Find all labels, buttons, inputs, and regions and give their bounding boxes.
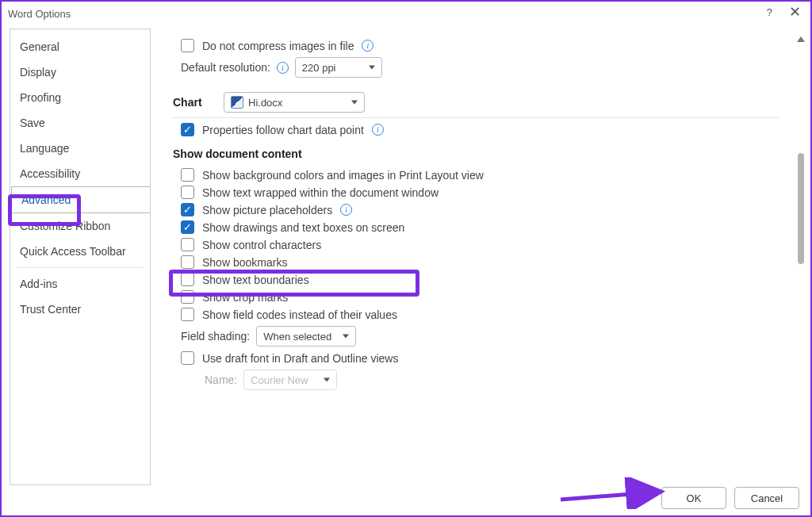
checkbox-wrapped[interactable]	[181, 186, 194, 199]
sidebar-item-general[interactable]: General	[10, 34, 150, 59]
titlebar: Word Options ? ✕	[2, 2, 810, 25]
select-chart-document[interactable]: Hi.docx	[224, 92, 365, 113]
dialog-title: Word Options	[8, 8, 71, 20]
checkbox-use-draft-font[interactable]	[181, 351, 194, 365]
sidebar-item-display[interactable]: Display	[10, 59, 150, 85]
info-icon[interactable]: i	[277, 62, 289, 74]
sidebar-item-advanced[interactable]: Advanced	[11, 186, 151, 213]
select-default-resolution[interactable]: 220 ppi	[295, 57, 382, 78]
label-wrapped: Show text wrapped within the document wi…	[202, 186, 439, 199]
checkbox-field-codes[interactable]	[181, 308, 194, 321]
svg-line-0	[561, 492, 661, 500]
label-control-chars: Show control characters	[202, 239, 321, 251]
checkbox-picture-placeholders[interactable]: ✓	[181, 203, 194, 216]
close-icon[interactable]: ✕	[789, 6, 801, 17]
section-show-document-content: Show document content	[173, 147, 779, 160]
sidebar-item-customize-ribbon[interactable]: Customize Ribbon	[10, 213, 150, 239]
help-icon[interactable]: ?	[767, 6, 772, 18]
label-crop-marks: Show crop marks	[202, 291, 288, 304]
cancel-button[interactable]: Cancel	[734, 487, 799, 509]
sidebar-item-proofing[interactable]: Proofing	[10, 85, 150, 110]
sidebar-item-language[interactable]: Language	[10, 136, 150, 161]
sidebar-item-addins[interactable]: Add-ins	[10, 271, 150, 297]
label-text-boundaries: Show text boundaries	[202, 274, 309, 286]
checkbox-bg-colors[interactable]	[181, 168, 194, 182]
checkbox-control-chars[interactable]	[181, 238, 194, 251]
label-do-not-compress: Do not compress images in file	[202, 40, 354, 52]
scroll-up-icon[interactable]	[797, 36, 805, 42]
checkbox-crop-marks[interactable]	[181, 290, 194, 304]
label-default-resolution: Default resolution:	[181, 61, 270, 74]
label-picture-placeholders: Show picture placeholders	[202, 204, 332, 216]
sidebar-item-save[interactable]: Save	[10, 110, 150, 136]
checkbox-text-boundaries[interactable]	[181, 273, 194, 286]
checkbox-bookmarks[interactable]	[181, 255, 194, 269]
label-field-shading: Field shading:	[181, 330, 250, 343]
checkbox-do-not-compress[interactable]	[181, 39, 194, 52]
options-content: Do not compress images in file i Default…	[157, 29, 802, 485]
select-font-name: Courier New	[243, 370, 337, 390]
label-properties-follow: Properties follow chart data point	[202, 124, 364, 136]
options-sidebar: General Display Proofing Save Language A…	[10, 29, 151, 485]
label-font-name: Name:	[205, 373, 237, 386]
scroll-thumb[interactable]	[798, 153, 804, 264]
section-divider	[173, 117, 779, 118]
label-bookmarks: Show bookmarks	[202, 256, 287, 269]
sidebar-item-trust-center[interactable]: Trust Center	[10, 297, 150, 322]
select-field-shading[interactable]: When selected	[256, 326, 356, 347]
vertical-scrollbar[interactable]	[795, 36, 807, 488]
label-use-draft-font: Use draft font in Draft and Outline view…	[202, 352, 398, 365]
info-icon[interactable]: i	[340, 204, 352, 216]
dialog-body: General Display Proofing Save Language A…	[2, 25, 810, 485]
sidebar-separator	[17, 267, 144, 268]
word-doc-icon	[231, 96, 243, 109]
section-chart-label: Chart	[173, 96, 217, 109]
info-icon[interactable]: i	[372, 124, 384, 136]
dialog-footer: OK Cancel	[661, 487, 799, 509]
checkbox-properties-follow[interactable]: ✓	[181, 123, 194, 136]
sidebar-item-accessibility[interactable]: Accessibility	[10, 161, 150, 186]
label-field-codes: Show field codes instead of their values	[202, 308, 397, 321]
sidebar-item-quick-access-toolbar[interactable]: Quick Access Toolbar	[10, 239, 150, 264]
checkbox-drawings[interactable]: ✓	[181, 220, 194, 234]
ok-button[interactable]: OK	[661, 487, 726, 509]
info-icon[interactable]: i	[362, 40, 373, 52]
label-bg-colors: Show background colors and images in Pri…	[202, 169, 484, 182]
label-drawings: Show drawings and text boxes on screen	[202, 221, 404, 234]
